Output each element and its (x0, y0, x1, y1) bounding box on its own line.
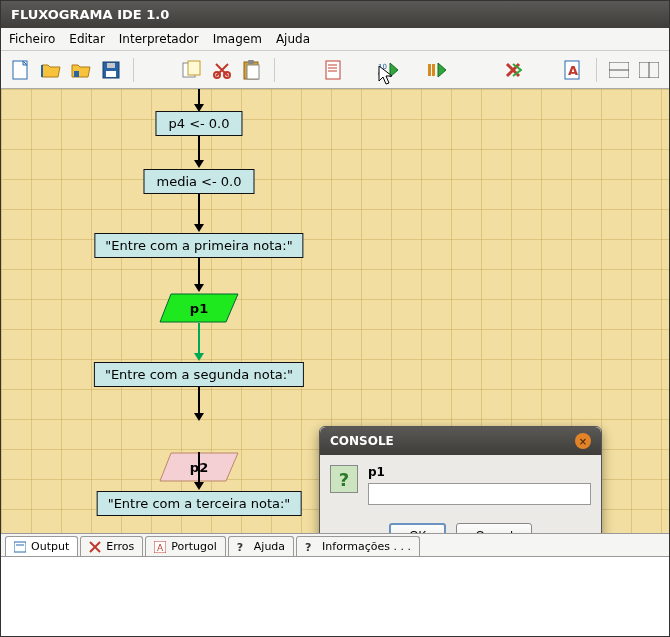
output-text: "Entre com a primeira nota:" (105, 238, 292, 253)
error-tab-icon (89, 541, 101, 553)
tab-label: Erros (106, 540, 134, 553)
app-window: FLUXOGRAMA IDE 1.0 Ficheiro Editar Inter… (0, 0, 670, 637)
separator (133, 58, 134, 82)
tab-help[interactable]: ? Ajuda (228, 536, 294, 556)
titlebar: FLUXOGRAMA IDE 1.0 (1, 1, 669, 28)
save-folder-icon[interactable] (69, 58, 93, 82)
run-icon[interactable]: 1001 (377, 58, 401, 82)
split-h-icon[interactable] (607, 58, 631, 82)
output-node-2[interactable]: "Entre com a segunda nota:" (94, 362, 304, 387)
svg-rect-3 (107, 63, 115, 68)
toolbar: 1001 A (1, 51, 669, 89)
tab-label: Portugol (171, 540, 217, 553)
stop-icon[interactable] (501, 58, 525, 82)
output-panel[interactable] (1, 556, 669, 636)
info-tab-icon: ? (305, 541, 317, 553)
output-text: "Entre com a terceira nota:" (108, 496, 291, 511)
bottom-tabs: Output Erros A Portugol ? Ajuda ? Inform… (1, 533, 669, 556)
copy-icon[interactable] (180, 58, 204, 82)
assign-node-media[interactable]: media <- 0.0 (143, 169, 254, 194)
output-node-1[interactable]: "Entre com a primeira nota:" (94, 233, 303, 258)
svg-rect-27 (14, 542, 26, 552)
split-v-icon[interactable] (637, 58, 661, 82)
svg-rect-11 (326, 61, 340, 79)
style-icon[interactable]: A (562, 58, 586, 82)
separator (274, 58, 275, 82)
svg-text:01: 01 (378, 70, 387, 78)
diskette-icon[interactable] (99, 58, 123, 82)
assign-text: p4 <- 0.0 (168, 116, 229, 131)
menu-edit[interactable]: Editar (69, 32, 105, 46)
assign-node-p4[interactable]: p4 <- 0.0 (155, 111, 242, 136)
question-icon: ? (330, 465, 358, 493)
console-input[interactable] (368, 483, 591, 505)
assign-text: media <- 0.0 (156, 174, 241, 189)
portugol-tab-icon: A (154, 541, 166, 553)
tab-label: Output (31, 540, 69, 553)
document-icon[interactable] (321, 58, 345, 82)
app-title: FLUXOGRAMA IDE 1.0 (11, 7, 169, 22)
console-dialog: CONSOLE × ? p1 OK Cancel (319, 426, 602, 533)
tab-label: Informações . . . (322, 540, 411, 553)
dialog-titlebar[interactable]: CONSOLE × (320, 427, 601, 455)
ok-button[interactable]: OK (389, 523, 446, 533)
new-file-icon[interactable] (9, 58, 33, 82)
prompt-label: p1 (368, 465, 591, 479)
paste-icon[interactable] (240, 58, 264, 82)
menu-interpreter[interactable]: Interpretador (119, 32, 199, 46)
tab-output[interactable]: Output (5, 536, 78, 556)
input-label: p1 (190, 301, 208, 316)
scissors-icon[interactable] (210, 58, 234, 82)
output-tab-icon (14, 541, 26, 553)
svg-rect-9 (247, 65, 259, 79)
svg-text:A: A (157, 543, 164, 553)
svg-text:A: A (568, 63, 578, 78)
tab-info[interactable]: ? Informações . . . (296, 536, 420, 556)
menu-file[interactable]: Ficheiro (9, 32, 55, 46)
menubar: Ficheiro Editar Interpretador Imagem Aju… (1, 28, 669, 51)
separator (596, 58, 597, 82)
svg-rect-5 (188, 61, 200, 75)
input-node-p1[interactable]: p1 (159, 293, 239, 323)
tab-label: Ajuda (254, 540, 285, 553)
output-node-3[interactable]: "Entre com a terceira nota:" (97, 491, 302, 516)
svg-rect-17 (428, 64, 431, 76)
tab-errors[interactable]: Erros (80, 536, 143, 556)
flowchart-canvas[interactable]: p4 <- 0.0 media <- 0.0 "Entre com a prim… (1, 89, 669, 533)
svg-rect-2 (106, 71, 116, 77)
menu-help[interactable]: Ajuda (276, 32, 310, 46)
menu-image[interactable]: Imagem (213, 32, 262, 46)
help-tab-icon: ? (237, 541, 249, 553)
open-folder-icon[interactable] (39, 58, 63, 82)
cancel-button[interactable]: Cancel (456, 523, 531, 533)
step-icon[interactable] (425, 58, 449, 82)
dialog-title-text: CONSOLE (330, 434, 394, 448)
output-text: "Entre com a segunda nota:" (105, 367, 293, 382)
tab-portugol[interactable]: A Portugol (145, 536, 226, 556)
svg-rect-18 (432, 64, 435, 76)
svg-rect-10 (248, 60, 254, 64)
close-icon[interactable]: × (575, 433, 591, 449)
